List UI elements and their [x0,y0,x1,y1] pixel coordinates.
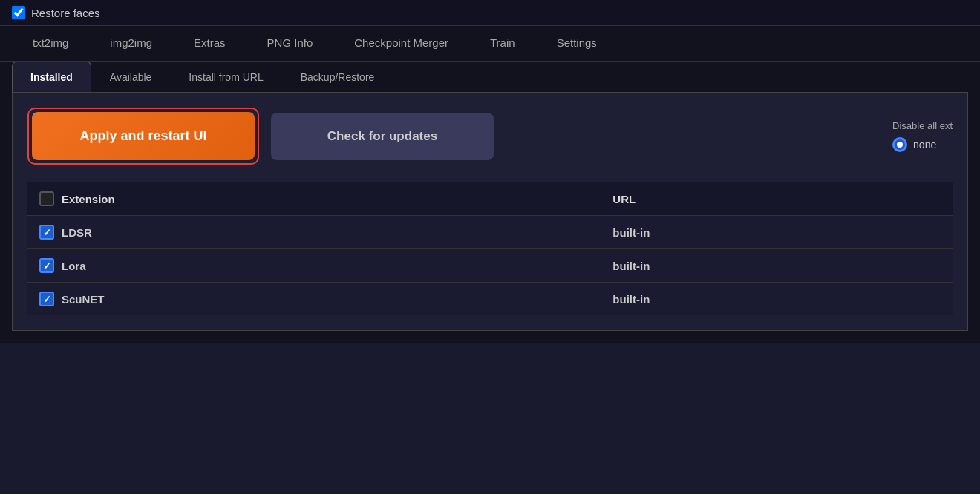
lora-checkmark: ✓ [43,260,51,271]
nav-tab-checkpoint-merger[interactable]: Checkpoint Merger [333,26,469,61]
scunet-name: ScuNET [62,293,105,306]
main-nav: txt2img img2img Extras PNG Info Checkpoi… [0,26,980,62]
url-header-cell: URL [601,182,953,216]
ldsr-checkmark: ✓ [43,227,51,238]
sub-tab-installed[interactable]: Installed [12,62,91,92]
scunet-checkbox[interactable]: ✓ [39,292,54,306]
lora-url-cell: built-in [601,249,953,283]
lora-checkbox[interactable]: ✓ [39,258,54,273]
nav-tab-settings[interactable]: Settings [536,26,618,61]
action-row: Apply and restart UI Check for updates D… [27,108,953,165]
none-radio-button[interactable] [892,137,907,152]
extension-cell-lora: ✓ Lora [27,249,601,283]
radio-inner [897,142,903,148]
header-checkbox[interactable] [39,191,54,206]
nav-tab-extras[interactable]: Extras [173,26,246,61]
ldsr-url-cell: built-in [601,216,953,249]
ldsr-checkbox-cell: ✓ LDSR [39,225,589,240]
nav-tab-img2img[interactable]: img2img [89,26,173,61]
disable-all-label: Disable all ext [892,120,953,131]
scunet-checkmark: ✓ [43,294,51,305]
nav-tab-txt2img[interactable]: txt2img [12,26,89,61]
top-bar: Restore faces [0,0,980,26]
check-updates-button[interactable]: Check for updates [271,113,494,160]
extension-cell-ldsr: ✓ LDSR [27,216,601,249]
none-radio-label: none [913,139,936,151]
ldsr-checkbox[interactable]: ✓ [39,225,54,240]
scunet-url: built-in [612,293,650,306]
ldsr-url: built-in [612,226,650,239]
table-header-row: Extension URL [27,182,953,216]
extensions-table: Extension URL ✓ LDSR [27,182,953,315]
disable-all-section: Disable all ext none [892,120,953,152]
ldsr-name: LDSR [62,226,92,239]
sub-tab-backup-restore[interactable]: Backup/Restore [282,62,393,92]
table-row: ✓ LDSR built-in [27,216,953,249]
lora-name: Lora [62,260,86,272]
sub-tab-install-from-url[interactable]: Install from URL [170,62,281,92]
lora-url: built-in [612,260,650,272]
disable-all-radio-row: none [892,137,936,152]
extension-cell-scunet: ✓ ScuNET [27,283,601,316]
main-content: Installed Available Install from URL Bac… [0,62,980,343]
restore-faces-checkbox[interactable] [12,6,25,19]
scunet-url-cell: built-in [601,283,953,316]
apply-btn-wrapper: Apply and restart UI [27,108,259,165]
extensions-sub-tabs: Installed Available Install from URL Bac… [12,62,968,93]
sub-tab-available[interactable]: Available [91,62,171,92]
nav-tab-png-info[interactable]: PNG Info [246,26,334,61]
restore-faces-section: Restore faces [12,6,100,19]
header-checkbox-cell: Extension [39,191,589,206]
lora-checkbox-cell: ✓ Lora [39,258,589,273]
apply-restart-button[interactable]: Apply and restart UI [32,112,255,160]
extension-column-header: Extension [62,193,115,205]
extension-header-cell: Extension [27,182,601,216]
nav-tab-train[interactable]: Train [469,26,536,61]
restore-faces-label: Restore faces [31,7,100,19]
table-row: ✓ Lora built-in [27,249,953,283]
scunet-checkbox-cell: ✓ ScuNET [39,292,589,306]
url-column-header: URL [612,193,636,205]
installed-tab-content: Apply and restart UI Check for updates D… [12,93,968,331]
table-row: ✓ ScuNET built-in [27,283,953,316]
